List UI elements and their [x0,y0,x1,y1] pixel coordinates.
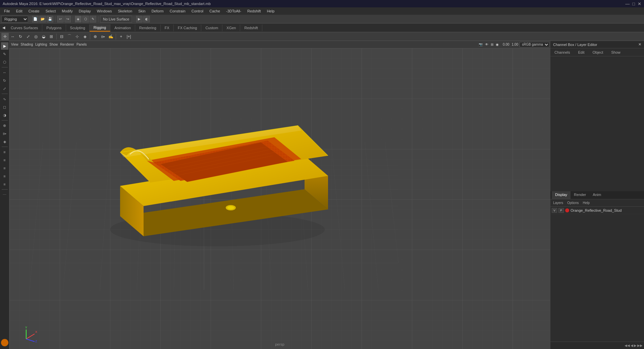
vp-show-menu[interactable]: Show [48,42,59,47]
right-panel-close-btn[interactable]: ✕ [638,42,641,47]
anim-tab[interactable]: Anim [589,191,604,199]
layer-visibility-btn[interactable]: V [552,208,557,213]
vp-panels-menu[interactable]: Panels [75,42,88,47]
vp-renderer-menu[interactable]: Renderer [59,42,75,47]
menu-control[interactable]: Control [189,8,206,14]
layer-playback-btn[interactable]: P [558,208,564,213]
show-manip-btn[interactable]: ⊞ [48,33,55,40]
tab-collapse-btn[interactable]: ◀ [1,23,7,32]
close-btn[interactable]: ✕ [638,1,641,6]
edit-tab[interactable]: Edit [575,50,587,55]
ik-handle-btn[interactable]: ⌲ [99,33,107,40]
universal-manip-btn[interactable]: ◎ [32,33,40,40]
joint-lt[interactable]: ⊕ [1,122,8,129]
tab-rigging[interactable]: Rigging [90,24,110,32]
viewport-canvas[interactable]: persp X Y Z [9,48,550,349]
open-btn[interactable]: 📂 [39,16,46,22]
tab-custom[interactable]: Custom [201,24,222,31]
tab-xgen[interactable]: XGen [222,24,240,31]
menu-modify[interactable]: Modify [59,8,75,14]
menu-constrain[interactable]: Constrain [167,8,188,14]
tab-redshift[interactable]: Redshift [240,24,262,31]
create-joint-btn[interactable]: ⊕ [92,33,99,40]
menu-file[interactable]: File [1,8,13,14]
menu-edit[interactable]: Edit [13,8,25,14]
vp-view-menu[interactable]: View [10,42,19,47]
redo-btn[interactable]: ↪ [64,16,71,22]
menu-create[interactable]: Create [26,8,42,14]
vp-eye-btn[interactable]: 👁 [484,42,489,47]
vp-shading-menu[interactable]: Shading [20,42,34,47]
tab-fx[interactable]: FX [161,24,174,31]
layers2-lt[interactable]: ≡ [1,156,8,164]
soft-mod-btn[interactable]: ◒ [40,33,47,40]
vp-cam-btn[interactable]: 📷 [478,42,484,47]
vp-wire-btn[interactable]: ⊞ [490,42,494,47]
rp-back-btn[interactable]: ◀◀ [625,344,630,347]
maximize-btn[interactable]: □ [632,1,635,6]
menu-windows[interactable]: Windows [94,8,115,14]
render-tab[interactable]: Render [571,191,589,199]
select-tool-lt[interactable]: ▶ [1,42,8,50]
save-btn[interactable]: 💾 [47,16,53,22]
menu-skin[interactable]: Skin [136,8,148,14]
gamma-select[interactable]: sRGB gamma [520,42,549,47]
new-scene-btn[interactable]: 📄 [32,16,39,22]
menu-redshift[interactable]: Redshift [245,8,263,14]
tab-fx-caching[interactable]: FX Caching [174,24,201,31]
more-lt[interactable]: ⋯ [1,191,8,198]
rp-prev-btn[interactable]: ◀ [631,344,633,347]
ik-lt[interactable]: ⌲ [1,130,8,137]
select-btn[interactable]: ◈ [75,16,82,22]
display-tab[interactable]: Display [552,191,571,199]
layers5-lt[interactable]: ≡ [1,181,8,188]
rp-next-btn[interactable]: ▶ [634,344,637,347]
layers-lt[interactable]: ≡ [1,148,8,156]
viewport[interactable]: View Shading Lighting Show Renderer Pane… [9,41,550,349]
tab-polygons[interactable]: Polygons [42,24,66,31]
snap-pt-btn[interactable]: ⊹ [73,33,81,40]
cluster-lt[interactable]: ◈ [1,138,8,145]
snap-surface-btn[interactable]: ◈ [81,33,89,40]
layers3-lt[interactable]: ≡ [1,164,8,172]
layer-item[interactable]: V P Orange_Reflective_Road_Stud [550,207,644,214]
paint-weights-btn[interactable]: ✍ [107,33,114,40]
render-btn[interactable]: ▶ [136,16,143,22]
minimize-btn[interactable]: — [625,1,630,6]
menu-skeleton[interactable]: Skeleton [115,8,135,14]
menu-cache[interactable]: Cache [207,8,223,14]
snap-curve-btn[interactable]: ⌒ [66,33,73,40]
menu-select[interactable]: Select [43,8,59,14]
menu-help[interactable]: Help [264,8,277,14]
lasso-btn[interactable]: ⬡ [82,16,89,22]
show-tab[interactable]: Show [608,50,623,55]
paint-sel-btn[interactable]: ✎ [90,16,96,22]
ipr-btn[interactable]: ◐ [143,16,150,22]
paint-tool-lt[interactable]: ✎ [1,50,8,58]
no-live-surface-btn[interactable]: No Live Surface [100,16,132,22]
move-lt[interactable]: ↔ [1,69,8,76]
menu-display[interactable]: Display [76,8,94,14]
tab-sculpting[interactable]: Sculpting [66,24,90,31]
rp-fwd-btn[interactable]: ▶▶ [637,344,643,347]
scale-lt[interactable]: ⤢ [1,85,8,92]
poly-lt[interactable]: ◻ [1,103,8,111]
vp-lighting-menu[interactable]: Lighting [34,42,48,47]
transform-tool-btn[interactable]: ✛ [1,33,9,40]
tab-animation[interactable]: Animation [110,24,135,31]
snap-grid-btn[interactable]: ⊟ [58,33,65,40]
layers4-lt[interactable]: ≡ [1,172,8,180]
menu-deform[interactable]: Deform [149,8,166,14]
object-tab[interactable]: Object [590,50,606,55]
help-label[interactable]: Help [581,201,591,205]
tab-rendering[interactable]: Rendering [135,24,161,31]
move-tool-btn[interactable]: ↔ [9,33,16,40]
sculpt-lt[interactable]: ◑ [1,111,8,119]
rotate-lt[interactable]: ↻ [1,77,8,84]
undo-btn[interactable]: ↩ [57,16,64,22]
tab-curves-surfaces[interactable]: Curves Surfaces [7,24,42,31]
scale-tool-btn[interactable]: ⤢ [24,33,32,40]
abs-btn[interactable]: |+| [125,33,132,40]
vp-shade-btn[interactable]: ◉ [495,42,500,47]
mode-select[interactable]: Rigging Animation Modeling [1,16,28,22]
